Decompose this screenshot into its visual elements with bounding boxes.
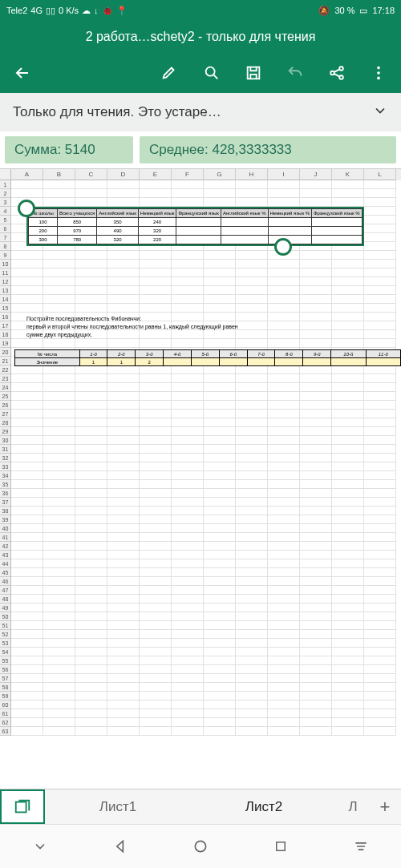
avg-stat[interactable]: Среднее: 428,3333333 [140, 136, 396, 164]
download-icon: ↓ [94, 6, 99, 15]
schools-table[interactable]: № школыВсего учащихсяАнглийский языкНеме… [26, 207, 364, 246]
tab-sheet2[interactable]: Лист2 [191, 791, 337, 823]
location-icon: 📍 [116, 6, 128, 16]
bug-icon: 🐞 [102, 6, 113, 16]
signal-icon: ▯▯ [46, 6, 55, 16]
svg-rect-10 [277, 842, 286, 851]
banner-text: Только для чтения. Это устаре… [13, 104, 221, 120]
toolbar [0, 53, 401, 93]
stats-bar: Сумма: 5140 Среднее: 428,3333333 [0, 131, 401, 168]
nav-menu-icon[interactable] [350, 835, 372, 858]
sheets-overview-button[interactable] [0, 789, 45, 824]
add-sheet-button[interactable]: + [369, 797, 401, 818]
carrier: Tele2 [6, 6, 27, 15]
share-icon[interactable] [324, 60, 350, 86]
system-nav-bar [0, 824, 401, 868]
fibonacci-instruction: Постройте последовательность Фибоначчи: … [26, 315, 238, 339]
svg-point-9 [195, 841, 205, 851]
tab-sheet3[interactable]: Л [337, 791, 369, 823]
sheet-tabs: Лист1 Лист2 Л + [0, 789, 401, 824]
battery-pct: 30 % [334, 6, 354, 15]
search-icon[interactable] [199, 60, 225, 86]
fibonacci-table[interactable]: № числа1-й2-й3-й4-й5-й6-й7-й8-й9-й10-й11… [14, 349, 401, 366]
svg-rect-8 [16, 801, 26, 812]
more-icon[interactable] [366, 60, 391, 86]
title-bar: 2 работа…schety2 - только для чтения [0, 21, 401, 53]
status-bar: Tele2 4G ▯▯ 0 K/s ☁ ↓ 🐞 📍 🔕 30 % ▭ 17:18 [0, 0, 401, 21]
tab-sheet1[interactable]: Лист1 [45, 791, 191, 823]
svg-point-0 [206, 67, 215, 76]
nav-dropdown-icon[interactable] [29, 835, 51, 858]
nav-recent-button[interactable] [269, 835, 292, 858]
battery-icon: ▭ [359, 6, 367, 16]
edit-icon[interactable] [157, 60, 183, 86]
spreadsheet[interactable]: ABCDEFGHIJKL 123456789101112131415161718… [0, 168, 401, 749]
mute-icon: 🔕 [318, 6, 330, 16]
readonly-banner[interactable]: Только для чтения. Это устаре… [0, 93, 401, 131]
undo-icon[interactable] [282, 60, 308, 86]
svg-point-7 [377, 77, 380, 80]
speed: 0 K/s [59, 6, 79, 15]
selection-handle-bottom-right[interactable] [274, 238, 292, 256]
cloud-icon: ☁ [82, 6, 91, 16]
column-headers[interactable]: ABCDEFGHIJKL [11, 169, 401, 180]
row-headers[interactable]: 1234567891011121314151617181920212223242… [0, 180, 11, 736]
clock: 17:18 [372, 6, 395, 15]
back-button[interactable] [10, 60, 35, 86]
document-title: 2 работа…schety2 - только для чтения [86, 30, 316, 44]
svg-rect-1 [248, 67, 260, 79]
chevron-down-icon [372, 103, 388, 123]
svg-point-5 [377, 67, 380, 70]
selection-handle-top-left[interactable] [18, 200, 35, 217]
save-icon[interactable] [241, 60, 266, 86]
nav-home-button[interactable] [189, 835, 212, 858]
nav-back-button[interactable] [109, 835, 132, 858]
cell-grid[interactable] [11, 180, 401, 749]
select-all-corner[interactable] [0, 169, 11, 180]
network-type: 4G [30, 6, 43, 15]
svg-point-6 [377, 71, 380, 75]
sum-stat[interactable]: Сумма: 5140 [5, 136, 133, 164]
